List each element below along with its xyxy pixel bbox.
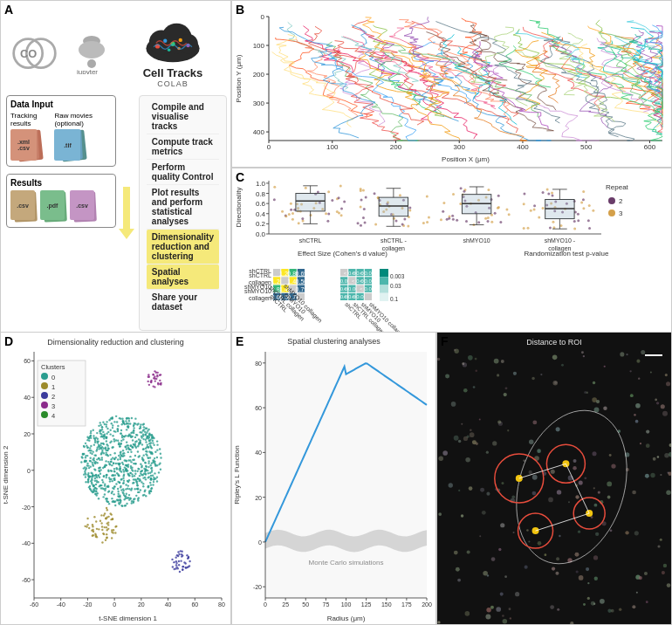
raw-movies-label: Raw movies (optional): [54, 112, 111, 127]
panel-a: A CO: [0, 0, 231, 335]
result-pdf-stack: .pdf: [40, 190, 68, 223]
left-data-section: Data Input Tracking results .xml: [4, 95, 118, 331]
panel-e: E: [231, 332, 436, 625]
svg-point-5: [87, 59, 96, 68]
panel-f: F: [436, 332, 672, 625]
panel-a-inner: CO jupyter: [4, 18, 227, 331]
tracks-canvas: [232, 1, 671, 165]
data-input-box: Data Input Tracking results .xml: [6, 95, 116, 167]
logo-row: CO jupyter: [4, 18, 227, 88]
feature-plot: Plot results and perform statistical ana…: [147, 185, 219, 230]
results-files: .csv .pdf .csv: [10, 190, 112, 223]
tif-card-front: .tif: [54, 129, 80, 161]
result-csv-stack: .csv: [10, 190, 38, 223]
file-card-xml: .xml .csv: [10, 129, 37, 161]
data-input-title: Data Input: [10, 100, 112, 109]
results-title: Results: [10, 178, 112, 188]
svg-point-4: [79, 41, 105, 58]
colab-svg-icon: CO: [10, 34, 58, 72]
cell-tracks-cloud-icon: [142, 18, 203, 66]
ripley-canvas: [232, 333, 435, 624]
svg-marker-19: [119, 229, 134, 239]
jupyter-logo: jupyter: [67, 32, 115, 74]
feature-dim: Dimensionality reduction and clustering: [147, 230, 219, 264]
boxplot-canvas: [232, 168, 671, 334]
feature-share: Share your dataset: [147, 290, 219, 314]
results-box: Results .csv .pdf: [6, 174, 116, 228]
tracking-files-group: Tracking results .xml .csv: [10, 112, 51, 162]
colab-logo: CO: [8, 32, 60, 74]
bottom-half: D E F: [0, 332, 672, 625]
panel-c-label: C: [236, 170, 244, 184]
file-card-csv-text: .csv: [17, 145, 30, 151]
feature-compile: Compile and visualise tracks: [147, 100, 219, 134]
panel-d: D: [0, 332, 231, 625]
cell-tracks-title: Cell Tracks: [143, 66, 203, 79]
feature-qc: Perform quality Control: [147, 160, 219, 185]
svg-point-12: [163, 39, 167, 43]
features-box: Compile and visualise tracks Compute tra…: [139, 95, 227, 331]
svg-point-16: [168, 49, 171, 52]
file-card-xml-text: .xml: [17, 139, 30, 145]
panel-b-label: B: [236, 3, 244, 17]
csv-card-front: .csv: [10, 190, 35, 220]
cell-tracks-logo: Cell Tracks COLAB: [122, 18, 223, 88]
result-csv2-stack: .csv: [70, 190, 98, 223]
jupyter-svg-icon: jupyter: [70, 32, 113, 74]
panel-e-label: E: [236, 334, 243, 348]
flow-arrow: [118, 95, 135, 331]
top-half: A CO: [0, 0, 672, 332]
flow-arrow-icon: [119, 187, 134, 239]
panel-c: C: [231, 168, 672, 335]
panel-a-label: A: [4, 3, 13, 17]
roi-canvas: [437, 333, 671, 624]
svg-rect-18: [123, 187, 130, 230]
panel-b: B: [231, 0, 672, 168]
panel-a-content: Data Input Tracking results .xml: [4, 95, 227, 331]
csv2-card-front: .csv: [70, 190, 94, 220]
svg-text:CO: CO: [20, 47, 37, 60]
tracking-file-stack: .xml .csv: [10, 129, 51, 162]
cell-tracks-subtitle: COLAB: [157, 79, 189, 88]
tsne-canvas: [1, 333, 230, 624]
raw-movies-group: Raw movies (optional) .tif: [54, 112, 111, 162]
feature-compute: Compute track metrics: [147, 134, 219, 160]
tracking-label: Tracking results: [10, 112, 51, 127]
feature-spatial: Spatial analyses: [147, 264, 219, 290]
right-top: B C: [231, 0, 672, 335]
svg-text:jupyter: jupyter: [76, 68, 98, 74]
data-input-files: Tracking results .xml .csv: [10, 112, 112, 162]
pdf-card-front: .pdf: [40, 190, 65, 220]
panel-f-label: F: [441, 334, 449, 348]
raw-movies-stack: .tif: [54, 129, 111, 162]
panel-d-label: D: [4, 334, 13, 348]
svg-point-14: [179, 38, 182, 42]
main-container: A CO: [0, 0, 672, 625]
